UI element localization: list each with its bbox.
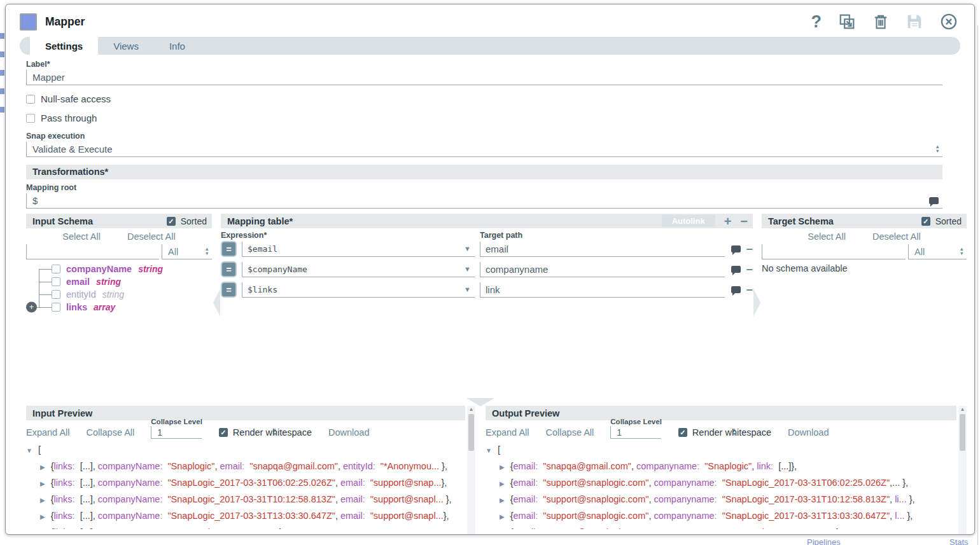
input-render-whitespace-checkbox[interactable]: ✓ <box>219 428 228 437</box>
scrollbar-thumb[interactable] <box>960 414 965 451</box>
input-deselect-all-link[interactable]: Deselect All <box>127 231 176 242</box>
input-sorted-checkbox[interactable]: ✓ <box>167 217 176 226</box>
expand-caret-icon[interactable]: ▶ <box>40 513 45 520</box>
expand-caret-icon[interactable]: ▶ <box>500 464 505 471</box>
schema-field-checkbox[interactable] <box>52 290 60 299</box>
comment-bubble-icon[interactable] <box>731 286 741 293</box>
expand-caret-icon[interactable]: ▶ <box>40 497 45 504</box>
json-segment: : <box>363 494 370 504</box>
stepper-icon[interactable]: ▲▼ <box>960 247 964 256</box>
output-render-whitespace-checkbox[interactable]: ✓ <box>678 428 687 437</box>
comment-bubble-icon[interactable] <box>731 266 741 273</box>
scrollbar-thumb[interactable] <box>468 414 474 451</box>
json-segment: : <box>363 511 370 521</box>
json-segment: }, <box>904 511 913 521</box>
expand-caret-icon[interactable]: ▶ <box>500 513 505 520</box>
delete-snap-icon[interactable] <box>872 13 889 30</box>
schema-field-checkbox[interactable] <box>52 303 60 312</box>
expression-input[interactable] <box>242 262 464 277</box>
preview-divider[interactable] <box>475 406 486 535</box>
chevron-left-icon[interactable] <box>213 289 220 317</box>
expression-toggle-button[interactable]: = <box>221 282 237 298</box>
expand-caret-icon[interactable]: ▶ <box>40 480 45 487</box>
collapse-caret-icon[interactable]: ▼ <box>486 447 492 454</box>
pass-through-checkbox[interactable] <box>26 114 35 123</box>
stepper-icon[interactable]: ▲▼ <box>935 145 940 153</box>
expand-caret-icon[interactable]: ▶ <box>500 497 505 504</box>
expression-toggle-button[interactable]: = <box>221 261 237 277</box>
input-preview-scrollbar[interactable]: ▲ <box>467 406 475 535</box>
input-collapse-all-link[interactable]: Collapse All <box>87 427 135 438</box>
close-icon[interactable] <box>940 13 958 31</box>
output-collapse-all-link[interactable]: Collapse All <box>546 427 594 438</box>
snap-execution-select[interactable]: Validate & Execute ▲▼ <box>26 142 942 157</box>
target-sorted-checkbox[interactable]: ✓ <box>921 217 930 226</box>
comment-bubble-icon[interactable] <box>731 245 741 252</box>
schema-collapse-divider-right[interactable] <box>753 214 762 399</box>
add-row-button[interactable]: + <box>724 215 732 228</box>
input-schema-header: Input Schema ✓ Sorted <box>26 214 212 228</box>
expand-node-icon[interactable]: + <box>26 302 37 313</box>
stepper-icon[interactable]: ▲▼ <box>205 247 209 256</box>
json-bracket: [ <box>498 445 500 455</box>
expand-caret-icon[interactable]: ▶ <box>40 464 45 471</box>
expression-dropdown-caret[interactable]: ▼ <box>464 245 471 252</box>
input-schema-tree: companyNamestringemailstringentityIdstri… <box>26 263 212 314</box>
json-segment: , <box>338 461 343 471</box>
input-schema-search-input[interactable] <box>32 244 159 259</box>
target-path-input[interactable] <box>480 242 725 256</box>
target-path-input[interactable] <box>480 262 725 277</box>
remove-row-button[interactable]: − <box>740 215 748 228</box>
chevron-right-icon[interactable] <box>753 289 760 317</box>
json-segment: "SnapLogic_2017-03-31T13:03:30.647Z" <box>167 511 335 521</box>
tab-info[interactable]: Info <box>154 37 200 55</box>
expression-input[interactable] <box>242 282 464 297</box>
label-input[interactable] <box>32 70 942 85</box>
mapper-dialog: Mapper ? <box>5 4 975 535</box>
json-segment: "SnapLogic_2017-03-31T... <box>167 527 279 529</box>
scroll-up-icon[interactable]: ▲ <box>958 406 967 413</box>
collapse-caret-icon[interactable]: ▼ <box>26 447 32 454</box>
expression-dropdown-caret[interactable]: ▼ <box>464 286 471 293</box>
output-expand-all-link[interactable]: Expand All <box>486 427 529 438</box>
expression-toggle-button[interactable]: = <box>221 241 237 257</box>
expand-caret-icon[interactable]: ▶ <box>500 480 505 487</box>
delete-row-button[interactable]: − <box>746 264 753 275</box>
input-download-link[interactable]: Download <box>328 427 370 438</box>
target-deselect-all-link[interactable]: Deselect All <box>872 231 921 242</box>
schema-field-checkbox[interactable] <box>52 277 60 286</box>
delete-row-button[interactable]: − <box>746 244 753 255</box>
target-path-input[interactable] <box>480 282 725 297</box>
field-type: string <box>96 277 121 287</box>
null-safe-checkbox[interactable] <box>26 95 35 104</box>
delete-row-button[interactable]: − <box>746 284 753 296</box>
comment-bubble-icon[interactable] <box>929 197 939 204</box>
json-segment: l... <box>895 511 904 521</box>
target-select-all-link[interactable]: Select All <box>808 231 846 242</box>
input-schema-filter-select[interactable]: All ▲▼ <box>162 244 212 259</box>
expression-input[interactable] <box>242 242 464 256</box>
tab-views[interactable]: Views <box>98 37 154 55</box>
json-segment: "support@snaplogic.com" <box>543 494 648 504</box>
scroll-up-icon[interactable]: ▲ <box>467 406 475 413</box>
json-segment: , <box>335 494 340 504</box>
copy-snap-icon[interactable] <box>839 13 855 30</box>
schema-field-checkbox[interactable] <box>52 265 60 273</box>
expression-dropdown-caret[interactable]: ▼ <box>464 265 471 273</box>
output-preview-scrollbar[interactable]: ▲ <box>958 406 967 535</box>
help-icon[interactable]: ? <box>811 13 822 30</box>
input-schema-search-field <box>26 244 159 259</box>
target-schema-search-input[interactable] <box>768 244 906 259</box>
output-download-link[interactable]: Download <box>788 427 829 438</box>
mapping-root-input[interactable] <box>32 193 929 208</box>
input-expand-all-link[interactable]: Expand All <box>26 427 70 438</box>
json-segment: links <box>54 461 73 471</box>
json-segment: "SnapLogic_2017-03-31T... <box>722 527 834 529</box>
autolink-button[interactable]: Autolink <box>662 215 715 227</box>
save-icon[interactable] <box>906 13 923 30</box>
schema-collapse-divider-left[interactable] <box>212 214 221 399</box>
tab-settings[interactable]: Settings <box>30 37 98 55</box>
input-select-all-link[interactable]: Select All <box>62 231 101 242</box>
mapping-table-header: Mapping table* Autolink + − <box>221 214 753 228</box>
target-schema-filter-select[interactable]: All ▲▼ <box>908 244 967 259</box>
